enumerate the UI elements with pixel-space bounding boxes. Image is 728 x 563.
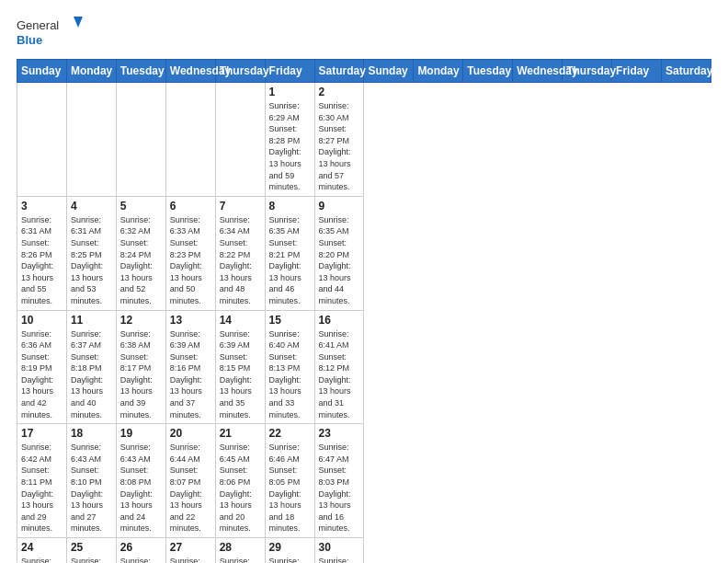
- svg-text:Blue: Blue: [17, 33, 42, 47]
- day-info: Sunrise: 6:33 AM Sunset: 8:23 PM Dayligh…: [170, 214, 211, 307]
- weekday-header-wednesday: Wednesday: [165, 60, 215, 83]
- day-number: 3: [21, 200, 63, 213]
- day-info: Sunrise: 6:47 AM Sunset: 8:03 PM Dayligh…: [319, 442, 360, 534]
- calendar-cell: 28Sunrise: 6:51 AM Sunset: 7:57 PM Dayli…: [215, 538, 265, 564]
- weekday-header-row: SundayMondayTuesdayWednesdayThursdayFrid…: [17, 60, 711, 83]
- day-number: 26: [120, 541, 162, 554]
- weekday-header-monday: Monday: [414, 60, 463, 83]
- day-info: Sunrise: 6:34 AM Sunset: 8:22 PM Dayligh…: [220, 214, 261, 307]
- day-number: 30: [319, 541, 360, 554]
- calendar-cell: 8Sunrise: 6:35 AM Sunset: 8:21 PM Daylig…: [265, 196, 314, 310]
- logo: General Blue: [17, 15, 90, 52]
- weekday-header-thursday: Thursday: [215, 60, 265, 83]
- calendar-week-3: 10Sunrise: 6:36 AM Sunset: 8:19 PM Dayli…: [17, 310, 711, 424]
- day-number: 11: [71, 314, 112, 327]
- calendar-cell: 12Sunrise: 6:38 AM Sunset: 8:17 PM Dayli…: [116, 310, 165, 424]
- calendar-cell: 18Sunrise: 6:43 AM Sunset: 8:10 PM Dayli…: [66, 424, 116, 538]
- day-number: 4: [71, 200, 112, 213]
- day-info: Sunrise: 6:37 AM Sunset: 8:18 PM Dayligh…: [71, 328, 112, 421]
- day-number: 23: [319, 427, 360, 440]
- calendar-cell: 27Sunrise: 6:50 AM Sunset: 7:58 PM Dayli…: [165, 538, 215, 564]
- calendar-page: General Blue SundayMondayTuesdayWednesda…: [0, 0, 728, 563]
- calendar-cell: 26Sunrise: 6:49 AM Sunset: 7:59 PM Dayli…: [116, 538, 165, 564]
- day-info: Sunrise: 6:35 AM Sunset: 8:21 PM Dayligh…: [269, 214, 311, 307]
- calendar-cell: 6Sunrise: 6:33 AM Sunset: 8:23 PM Daylig…: [165, 196, 215, 310]
- calendar-cell: 21Sunrise: 6:45 AM Sunset: 8:06 PM Dayli…: [215, 424, 265, 538]
- calendar-table: SundayMondayTuesdayWednesdayThursdayFrid…: [17, 59, 711, 563]
- calendar-cell: 3Sunrise: 6:31 AM Sunset: 8:26 PM Daylig…: [17, 196, 67, 310]
- day-info: Sunrise: 6:46 AM Sunset: 8:05 PM Dayligh…: [269, 442, 311, 534]
- calendar-cell: 24Sunrise: 6:47 AM Sunset: 8:02 PM Dayli…: [17, 538, 67, 564]
- day-info: Sunrise: 6:45 AM Sunset: 8:06 PM Dayligh…: [220, 442, 261, 534]
- day-info: Sunrise: 6:51 AM Sunset: 7:55 PM Dayligh…: [269, 556, 311, 563]
- weekday-header-wednesday: Wednesday: [513, 60, 563, 83]
- calendar-week-2: 3Sunrise: 6:31 AM Sunset: 8:26 PM Daylig…: [17, 196, 711, 310]
- calendar-cell: [116, 83, 165, 197]
- day-info: Sunrise: 6:40 AM Sunset: 8:13 PM Dayligh…: [269, 328, 311, 421]
- calendar-cell: 1Sunrise: 6:29 AM Sunset: 8:28 PM Daylig…: [265, 83, 314, 197]
- day-number: 12: [120, 314, 162, 327]
- weekday-header-tuesday: Tuesday: [116, 60, 165, 83]
- day-info: Sunrise: 6:38 AM Sunset: 8:17 PM Dayligh…: [120, 328, 162, 421]
- day-number: 29: [269, 541, 311, 554]
- svg-marker-2: [74, 17, 83, 28]
- day-number: 17: [21, 427, 63, 440]
- calendar-cell: 10Sunrise: 6:36 AM Sunset: 8:19 PM Dayli…: [17, 310, 67, 424]
- day-info: Sunrise: 6:29 AM Sunset: 8:28 PM Dayligh…: [269, 100, 311, 193]
- day-info: Sunrise: 6:39 AM Sunset: 8:15 PM Dayligh…: [220, 328, 261, 421]
- day-info: Sunrise: 6:36 AM Sunset: 8:19 PM Dayligh…: [21, 328, 63, 421]
- calendar-cell: 14Sunrise: 6:39 AM Sunset: 8:15 PM Dayli…: [215, 310, 265, 424]
- day-number: 13: [170, 314, 211, 327]
- day-number: 5: [120, 200, 162, 213]
- calendar-week-1: 1Sunrise: 6:29 AM Sunset: 8:28 PM Daylig…: [17, 83, 711, 197]
- calendar-cell: 9Sunrise: 6:35 AM Sunset: 8:20 PM Daylig…: [314, 196, 364, 310]
- generalblue-logo-icon: General Blue: [17, 15, 90, 52]
- day-number: 8: [269, 200, 311, 213]
- calendar-week-5: 24Sunrise: 6:47 AM Sunset: 8:02 PM Dayli…: [17, 538, 711, 564]
- day-number: 18: [71, 427, 112, 440]
- day-number: 22: [269, 427, 311, 440]
- day-number: 16: [319, 314, 360, 327]
- day-info: Sunrise: 6:49 AM Sunset: 7:59 PM Dayligh…: [120, 556, 162, 563]
- day-number: 19: [120, 427, 162, 440]
- calendar-cell: 23Sunrise: 6:47 AM Sunset: 8:03 PM Dayli…: [314, 424, 364, 538]
- calendar-cell: 17Sunrise: 6:42 AM Sunset: 8:11 PM Dayli…: [17, 424, 67, 538]
- day-number: 21: [220, 427, 261, 440]
- day-number: 14: [220, 314, 261, 327]
- day-info: Sunrise: 6:51 AM Sunset: 7:57 PM Dayligh…: [220, 556, 261, 563]
- weekday-header-saturday: Saturday: [314, 60, 364, 83]
- calendar-cell: 30Sunrise: 6:52 AM Sunset: 7:54 PM Dayli…: [314, 538, 364, 564]
- day-info: Sunrise: 6:50 AM Sunset: 7:58 PM Dayligh…: [170, 556, 211, 563]
- calendar-cell: 4Sunrise: 6:31 AM Sunset: 8:25 PM Daylig…: [66, 196, 116, 310]
- calendar-cell: 7Sunrise: 6:34 AM Sunset: 8:22 PM Daylig…: [215, 196, 265, 310]
- weekday-header-sunday: Sunday: [364, 60, 414, 83]
- day-number: 25: [71, 541, 112, 554]
- day-info: Sunrise: 6:48 AM Sunset: 8:01 PM Dayligh…: [71, 556, 112, 563]
- day-info: Sunrise: 6:43 AM Sunset: 8:08 PM Dayligh…: [120, 442, 162, 534]
- day-info: Sunrise: 6:47 AM Sunset: 8:02 PM Dayligh…: [21, 556, 63, 563]
- day-info: Sunrise: 6:43 AM Sunset: 8:10 PM Dayligh…: [71, 442, 112, 534]
- day-number: 10: [21, 314, 63, 327]
- day-info: Sunrise: 6:31 AM Sunset: 8:25 PM Dayligh…: [71, 214, 112, 307]
- weekday-header-tuesday: Tuesday: [463, 60, 513, 83]
- calendar-cell: [17, 83, 67, 197]
- day-number: 28: [220, 541, 261, 554]
- weekday-header-saturday: Saturday: [661, 60, 711, 83]
- weekday-header-friday: Friday: [612, 60, 662, 83]
- day-number: 20: [170, 427, 211, 440]
- calendar-cell: 15Sunrise: 6:40 AM Sunset: 8:13 PM Dayli…: [265, 310, 314, 424]
- calendar-cell: [165, 83, 215, 197]
- svg-text:General: General: [17, 18, 59, 32]
- header: General Blue: [17, 15, 711, 52]
- day-number: 15: [269, 314, 311, 327]
- day-number: 9: [319, 200, 360, 213]
- day-number: 7: [220, 200, 261, 213]
- day-number: 27: [170, 541, 211, 554]
- day-number: 2: [319, 86, 360, 98]
- day-info: Sunrise: 6:30 AM Sunset: 8:27 PM Dayligh…: [319, 100, 360, 193]
- day-info: Sunrise: 6:42 AM Sunset: 8:11 PM Dayligh…: [21, 442, 63, 534]
- calendar-cell: 16Sunrise: 6:41 AM Sunset: 8:12 PM Dayli…: [314, 310, 364, 424]
- day-info: Sunrise: 6:41 AM Sunset: 8:12 PM Dayligh…: [319, 328, 360, 421]
- calendar-cell: [66, 83, 116, 197]
- weekday-header-friday: Friday: [265, 60, 314, 83]
